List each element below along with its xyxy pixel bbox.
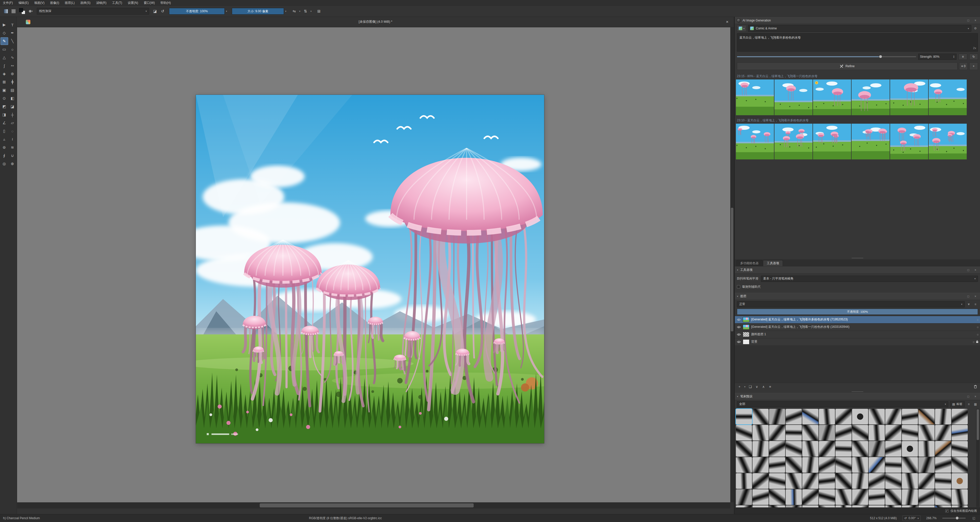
brush-preset-cell[interactable] xyxy=(935,425,951,441)
layer-view-mode-icon[interactable]: ≡ xyxy=(973,302,978,307)
brush-preset-cell[interactable] xyxy=(736,457,752,473)
close-docker-icon[interactable]: × xyxy=(973,268,978,273)
mirror-vertical-button[interactable]: ⇅ xyxy=(302,8,309,15)
tool-calligraphy[interactable]: ✒ xyxy=(9,29,16,37)
opacity-caret-button[interactable]: ▾ xyxy=(225,8,228,14)
canvas-only-mode-icon[interactable]: ◱ xyxy=(971,516,977,521)
menu-window[interactable]: 窗口(W) xyxy=(141,0,158,6)
brush-preset-cell[interactable] xyxy=(951,489,968,505)
brush-preset-cell[interactable] xyxy=(885,473,901,489)
mirror-horizontal-button[interactable]: ⇋ xyxy=(291,8,298,15)
brush-preset-cell[interactable] xyxy=(902,489,918,505)
foreground-background-colors[interactable] xyxy=(19,8,25,14)
brush-preset-cell[interactable] xyxy=(736,473,752,489)
brush-preset-cell[interactable] xyxy=(819,425,835,441)
menu-select[interactable]: 选择(S) xyxy=(77,0,93,6)
history-thumbnail[interactable] xyxy=(890,80,928,115)
brush-preset-cell[interactable] xyxy=(852,473,868,489)
brush-preset-cell[interactable] xyxy=(786,473,802,489)
paint-on-layer-checkbox[interactable]: ✓ xyxy=(945,509,948,512)
brush-preset-cell[interactable] xyxy=(869,457,885,473)
gradient-chooser-button[interactable] xyxy=(2,8,10,15)
brush-preset-cell[interactable] xyxy=(869,409,885,425)
float-docker-icon[interactable]: □ xyxy=(966,18,971,23)
history-thumbnail[interactable] xyxy=(736,124,774,160)
brush-preset-cell[interactable] xyxy=(869,425,885,441)
brush-preset-cell[interactable] xyxy=(935,457,951,473)
eraser-toggle-button[interactable]: ◪ xyxy=(151,8,159,15)
tool-gradient[interactable]: ▤ xyxy=(9,86,16,94)
brush-preset-cell[interactable] xyxy=(752,425,768,441)
brush-preset-cell[interactable] xyxy=(736,409,752,425)
docker-tab-tool-options[interactable]: 工具选项 xyxy=(763,260,783,266)
float-docker-icon[interactable]: □ xyxy=(966,294,971,299)
brush-preset-cell[interactable] xyxy=(951,505,968,508)
brush-preset-cell[interactable] xyxy=(786,489,802,505)
brush-preset-cell[interactable] xyxy=(902,441,918,457)
brush-preset-cell[interactable] xyxy=(852,489,868,505)
history-thumbnail[interactable] xyxy=(929,80,967,115)
mirror-horizontal-caret[interactable]: ▾ xyxy=(298,8,302,14)
tool-enclose-fill[interactable]: ◩ xyxy=(0,103,8,110)
canvas-viewport[interactable] xyxy=(17,27,730,502)
tool-colorize-mask[interactable]: ◨ xyxy=(0,111,8,118)
workspace-switch-button[interactable]: ▾ xyxy=(737,25,746,32)
brush-preset-cell[interactable] xyxy=(885,425,901,441)
brush-preset-cell[interactable] xyxy=(951,425,968,441)
brush-filter-combobox[interactable]: 全部 ▾ xyxy=(737,401,948,407)
move-layer-up-button[interactable]: ∧ xyxy=(760,383,767,390)
brush-preset-cell[interactable] xyxy=(819,409,835,425)
tool-fill[interactable]: ◧ xyxy=(9,94,16,102)
brush-preset-cell[interactable] xyxy=(935,473,951,489)
brush-preset-cell[interactable] xyxy=(869,473,885,489)
alpha-inherit-icon[interactable]: α xyxy=(977,326,978,329)
brush-preset-cell[interactable] xyxy=(786,505,802,508)
reset-rotation-icon[interactable]: ↺ xyxy=(904,516,907,520)
tool-multibrush[interactable]: ⊛ xyxy=(9,70,16,78)
menu-file[interactable]: 文件(F) xyxy=(0,0,16,6)
tool-bezier-select[interactable]: ∮ xyxy=(0,152,8,160)
history-thumbnail[interactable] xyxy=(929,124,967,160)
brush-preset-cell[interactable] xyxy=(835,425,851,441)
float-docker-icon[interactable]: □ xyxy=(966,268,971,273)
layer-visibility-eye-icon[interactable] xyxy=(737,318,741,321)
brush-preset-cell[interactable] xyxy=(802,409,818,425)
pattern-chooser-button[interactable] xyxy=(10,8,17,15)
zoom-slider[interactable] xyxy=(942,518,966,519)
brush-preset-cell[interactable] xyxy=(736,505,752,508)
strength-spinbox[interactable]: Strength: 80% ▲▼ xyxy=(918,54,956,60)
brush-preset-cell[interactable] xyxy=(935,489,951,505)
brush-preset-cell[interactable] xyxy=(769,409,785,425)
tool-freehand-path[interactable]: ∾ xyxy=(9,62,16,70)
move-layer-down-button[interactable]: ∨ xyxy=(754,383,760,390)
add-layer-caret[interactable]: ▾ xyxy=(743,383,747,390)
strength-slider[interactable] xyxy=(737,56,916,57)
history-thumbnail[interactable] xyxy=(851,124,889,160)
brush-preset-cell[interactable] xyxy=(802,489,818,505)
menu-help[interactable]: 帮助(H) xyxy=(158,0,173,6)
brush-preset-cell[interactable] xyxy=(769,473,785,489)
brush-preset-cell[interactable] xyxy=(835,409,851,425)
brush-preset-cell[interactable] xyxy=(752,489,768,505)
docker-tab-color-selector[interactable]: 多功能拾色器 xyxy=(737,260,762,266)
tool-pan[interactable]: ⊕ xyxy=(9,160,16,168)
brush-preset-cell[interactable] xyxy=(885,409,901,425)
hscroll-thumb[interactable] xyxy=(260,503,474,508)
brush-preset-cell[interactable] xyxy=(802,457,818,473)
brush-preset-cell[interactable] xyxy=(869,489,885,505)
menu-filter[interactable]: 滤镜(R) xyxy=(93,0,109,6)
size-caret-button[interactable]: ▾ xyxy=(284,8,288,14)
layer-row[interactable]: 颜料图层 1α xyxy=(735,331,980,338)
brush-preset-cell[interactable] xyxy=(819,489,835,505)
brush-preset-cell[interactable] xyxy=(769,425,785,441)
brush-preset-cell[interactable] xyxy=(802,473,818,489)
brush-size-slider[interactable]: 大小: 9.00 像素 xyxy=(232,8,284,14)
alpha-inherit-icon[interactable]: α xyxy=(977,318,978,321)
tool-freehand-brush[interactable]: ✎ xyxy=(0,37,8,45)
brush-preset-cell[interactable] xyxy=(869,505,885,508)
menu-layer[interactable]: 图层(L) xyxy=(62,0,78,6)
snap-assistants-checkbox[interactable] xyxy=(737,285,740,289)
menu-settings[interactable]: 设置(N) xyxy=(125,0,141,6)
tool-similar-select[interactable]: ≋ xyxy=(9,144,16,151)
brush-preset-cell[interactable] xyxy=(835,489,851,505)
